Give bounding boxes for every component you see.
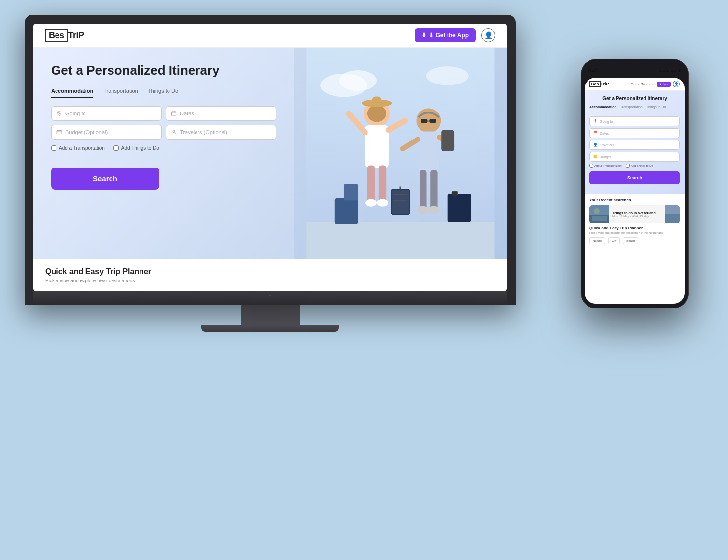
header-actions: ⬇ ⬇ Get the App 👤 [415,28,495,42]
app-tab-accommodation[interactable]: Accommodation [589,105,616,110]
svg-rect-27 [421,119,427,123]
hero-section: Get a Personalized Itinerary Accommodati… [33,48,507,259]
app-search-button[interactable]: Search [589,171,680,184]
imac-chin:  [33,291,507,305]
app-dates-input[interactable]: 📅 Dates [589,128,680,138]
going-to-placeholder: Going to [65,111,86,116]
user-icon[interactable]: 👤 [481,28,495,42]
add-things-to-do-label: Add Things to Do [121,145,159,151]
download-icon: ⬇ [421,32,426,39]
battery-icon: ▮ [679,69,681,73]
going-to-input[interactable]: Going to [51,106,162,121]
checkbox-row: Add a Transportation Add Things to Do [51,145,276,151]
svg-point-10 [339,70,377,91]
imac-stand-base [201,325,339,332]
calendar-icon [171,111,177,116]
app-going-to-placeholder: Going to [600,120,613,123]
svg-rect-44 [452,191,457,195]
website: Bes TriP ⬇ ⬇ Get the App 👤 [33,24,507,291]
app-tabs: Accommodation Transportation Things to D… [589,105,680,112]
add-things-to-do-checkbox[interactable]: Add Things to Do [113,145,159,151]
app-travelers-icon: 👤 [593,143,598,147]
hero-right [294,48,507,259]
get-app-label: ⬇ Get the App [429,32,469,39]
app-going-to-input[interactable]: 📍 Going to [589,116,680,126]
scene: Bes TriP ⬇ ⬇ Get the App 👤 [0,0,728,560]
app-logo-box: Bes [589,81,601,87]
svg-rect-42 [393,200,408,201]
app-add-things-checkbox[interactable]: Add Things to Do [626,164,653,168]
recent-search-image2 [665,205,680,223]
app-things-checkbox-input[interactable] [626,164,630,168]
add-transportation-checkbox[interactable]: Add a Transportation [51,145,105,151]
app-tab-transportation[interactable]: Transportation [620,105,643,110]
search-button[interactable]: Search [51,168,159,190]
svg-rect-5 [57,130,62,134]
recent-img2-svg [665,205,680,223]
svg-rect-48 [592,216,607,221]
app-hero-bg: Get a Personalized Itinerary Accommodati… [585,91,685,194]
below-title: Quick and Easy Trip Planner [45,267,495,276]
app-calendar-icon: 📅 [593,131,598,135]
app-travelers-input[interactable]: 👤 Travelers [589,140,680,150]
app-transportation-checkbox-input[interactable] [589,164,593,168]
app-add-things-label: Add Things to Do [631,164,653,167]
user-icon-symbol: 👤 [484,31,493,39]
add-transportation-label: Add a Transportation [59,145,105,151]
app-user-symbol: 👤 [674,82,679,86]
app-checkbox-row: Add a Transportation Add Things to Do [589,164,680,168]
svg-rect-33 [441,130,454,151]
quick-planner-title: Quick and Easy Trip Planner [589,226,680,230]
apple-logo:  [269,293,272,304]
recent-search-card[interactable]: Things to do in Netherland Mon, 13 May -… [589,205,680,223]
app-download-button[interactable]: ⬇ App [657,82,671,87]
svg-point-36 [417,206,429,214]
app-tab-things-to-do[interactable]: Things to Do [646,105,666,110]
iphone-bezel: 9:41 ▲▲▲ WiFi ▮ BesTriP Find a Tripmate [581,59,689,308]
quick-tag-beach[interactable]: Beach [623,237,638,244]
tab-transportation[interactable]: Transportation [103,88,138,98]
app-header: BesTriP Find a Tripmate ⬇ App 👤 [585,78,685,91]
things-to-do-checkbox-input[interactable] [113,145,119,151]
app-add-transportation-label: Add a Transportation [594,164,622,167]
recent-searches-title: Your Recent Searches [589,198,680,202]
recent-search-image [589,205,609,223]
svg-point-23 [377,199,388,206]
get-app-button[interactable]: ⬇ ⬇ Get the App [415,28,476,42]
app-add-transportation-checkbox[interactable]: Add a Transportation [589,164,622,168]
quick-tag-nature[interactable]: Nature [589,237,605,244]
travelers-illustration [294,48,507,259]
dates-placeholder: Dates [180,111,194,116]
hero-left: Get a Personalized Itinerary Accommodati… [33,48,294,259]
iphone-screen[interactable]: BesTriP Find a Tripmate ⬇ App 👤 [585,78,685,304]
svg-rect-41 [393,194,408,195]
svg-rect-39 [392,190,409,214]
svg-rect-50 [665,214,680,223]
recent-search-info: Things to do in Netherland Mon, 13 May -… [612,209,662,220]
imac-bezel: Bes TriP ⬇ ⬇ Get the App 👤 [25,15,516,305]
signal-icon: ▲▲▲ [659,69,669,73]
app-user-icon[interactable]: 👤 [673,81,680,87]
app-logo: BesTriP [589,82,609,86]
travelers-input[interactable]: Travelers (Optional) [166,125,276,140]
transportation-checkbox-input[interactable] [51,145,56,151]
svg-rect-43 [448,194,471,222]
logo-text: TriP [68,30,84,41]
recent-search-name: Things to do in Netherland [612,211,660,215]
svg-point-14 [367,105,386,122]
tab-accommodation[interactable]: Accommodation [51,88,93,98]
travelers-placeholder: Travelers (Optional) [180,129,227,135]
svg-rect-20 [367,165,375,203]
app-white-section: Your Recent Searches Things to do in [585,194,685,248]
quick-tag-city[interactable]: City [608,237,620,244]
tab-things-to-do[interactable]: Things to Do [148,88,178,98]
app-dates-placeholder: Dates [600,132,609,135]
dates-input[interactable]: Dates [166,106,276,121]
svg-rect-25 [344,184,358,201]
budget-input[interactable]: Budget (Optional) [51,125,162,140]
below-subtitle: Pick a vibe and explore near destination… [45,278,495,283]
app-budget-input[interactable]: 💳 Budget [589,152,680,162]
tabs: Accommodation Transportation Things to D… [51,88,276,98]
find-tripmate-link[interactable]: Find a Tripmate [631,83,655,86]
iphone-device: 9:41 ▲▲▲ WiFi ▮ BesTriP Find a Tripmate [581,59,689,308]
